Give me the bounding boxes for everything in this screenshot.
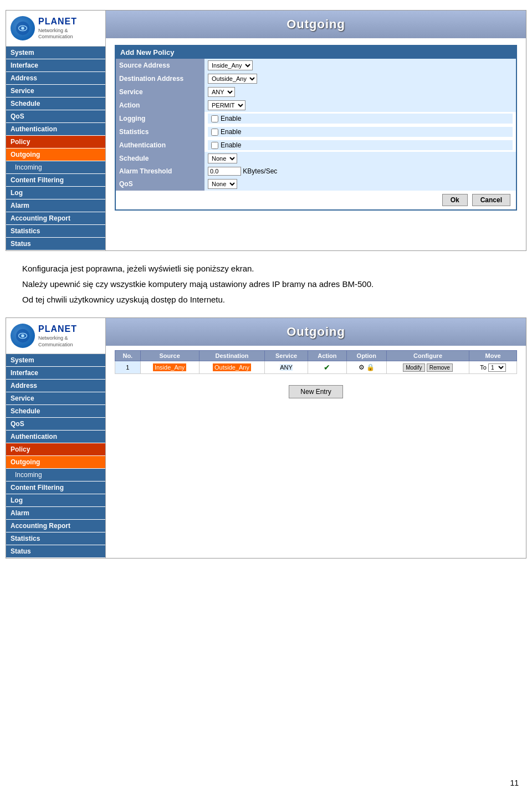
cancel-button[interactable]: Cancel — [472, 194, 510, 206]
new-entry-button[interactable]: New Entry — [289, 385, 342, 398]
main-content-1: Outgoing Add New Policy Source Address I… — [106, 11, 526, 250]
form-row-logging: Logging Enable — [116, 112, 516, 125]
sidebar2-item-qos[interactable]: QoS — [6, 418, 105, 431]
select-dest-address[interactable]: Outside_Any — [208, 74, 257, 84]
logo-icon-2 — [11, 324, 35, 348]
sidebar2-item-address[interactable]: Address — [6, 380, 105, 392]
value-service: ANY — [204, 85, 516, 99]
label-schedule: Schedule — [116, 152, 204, 165]
value-statistics: Enable — [204, 125, 516, 139]
label-auth: Authentication — [116, 139, 204, 152]
col-destination: Destination — [199, 351, 265, 361]
sidebar-item-authentication[interactable]: Authentication — [6, 123, 105, 136]
label-qos: QoS — [116, 177, 204, 191]
sidebar-item-address[interactable]: Address — [6, 72, 105, 85]
sidebar2-item-outgoing[interactable]: Outgoing — [6, 456, 105, 469]
select-action[interactable]: PERMIT — [208, 100, 245, 110]
sidebar2-item-content-filtering[interactable]: Content Filtering — [6, 481, 105, 494]
select-service[interactable]: ANY — [208, 87, 235, 97]
sidebar-item-accounting-report[interactable]: Accounting Report — [6, 212, 105, 225]
form-row-statistics: Statistics Enable — [116, 125, 516, 139]
move-select[interactable]: 1 — [488, 363, 506, 372]
form-row-schedule: Schedule None — [116, 152, 516, 165]
sidebar2-item-status[interactable]: Status — [6, 545, 105, 558]
table-header-row: No. Source Destination Service Action Op… — [115, 351, 517, 361]
sidebar2-item-system[interactable]: System — [6, 354, 105, 367]
col-move: Move — [469, 351, 517, 361]
sidebar-item-statistics[interactable]: Statistics — [6, 225, 105, 238]
sidebar-item-policy[interactable]: Policy — [6, 136, 105, 148]
table-panel: No. Source Destination Service Action Op… — [115, 350, 517, 409]
checkbox-auth[interactable] — [211, 142, 218, 149]
sidebar-item-service[interactable]: Service — [6, 85, 105, 98]
svg-point-2 — [21, 27, 24, 30]
sidebar2-item-alarm[interactable]: Alarm — [6, 507, 105, 520]
move-to-label: To — [480, 364, 487, 371]
sidebar2-item-authentication[interactable]: Authentication — [6, 431, 105, 443]
sidebar-item-outgoing[interactable]: Outgoing — [6, 148, 105, 161]
sidebar-item-content-filtering[interactable]: Content Filtering — [6, 174, 105, 187]
modify-button[interactable]: Modify — [403, 363, 424, 372]
sidebar-item-log[interactable]: Log — [6, 187, 105, 199]
row-service: ANY — [265, 361, 308, 374]
logo-area-2: PLANET Networking & Communication — [6, 318, 105, 354]
page-number: 11 — [510, 778, 519, 787]
sidebar-2: PLANET Networking & Communication System… — [6, 318, 106, 558]
table-row: 1 Inside_Any Outside_Any ANY ✔ — [115, 361, 517, 374]
value-logging: Enable — [204, 112, 516, 125]
sidebar2-item-statistics[interactable]: Statistics — [6, 532, 105, 545]
sidebar2-item-log[interactable]: Log — [6, 494, 105, 507]
row-configure: Modify Remove — [386, 361, 469, 374]
action-check-icon: ✔ — [324, 363, 330, 372]
sidebar2-item-service[interactable]: Service — [6, 392, 105, 405]
value-auth: Enable — [204, 139, 516, 152]
form-row-service: Service ANY — [116, 85, 516, 99]
label-dest-address: Destination Address — [116, 72, 204, 85]
text-line1: Konfiguracja jest poprawna, jeżeli wyświ… — [22, 262, 510, 275]
form-table: Source Address Inside_Any Destination Ad… — [116, 59, 516, 191]
sidebar-item-status[interactable]: Status — [6, 238, 105, 250]
select-source-address[interactable]: Inside_Any — [208, 60, 253, 70]
row-move: To 1 — [469, 361, 517, 374]
sidebar2-item-interface[interactable]: Interface — [6, 367, 105, 380]
sidebar2-item-schedule[interactable]: Schedule — [6, 405, 105, 418]
col-no: No. — [115, 351, 141, 361]
header-title-2: Outgoing — [287, 325, 345, 339]
sidebar-item-alarm[interactable]: Alarm — [6, 199, 105, 212]
destination-value: Outside_Any — [213, 363, 251, 371]
label-action: Action — [116, 99, 204, 112]
checkbox-statistics[interactable] — [211, 129, 218, 136]
checkbox-logging[interactable] — [211, 115, 218, 122]
sidebar-item-interface[interactable]: Interface — [6, 59, 105, 72]
label-alarm-threshold: Alarm Threshold — [116, 165, 204, 177]
form-button-row: Ok Cancel — [116, 191, 516, 209]
logo-text: PLANET Networking & Communication — [38, 16, 101, 40]
label-service: Service — [116, 85, 204, 99]
policy-table: No. Source Destination Service Action Op… — [115, 350, 517, 374]
sidebar-item-qos[interactable]: QoS — [6, 110, 105, 123]
input-alarm-threshold[interactable] — [208, 167, 241, 176]
sidebar2-item-policy[interactable]: Policy — [6, 443, 105, 456]
sidebar-item-system[interactable]: System — [6, 47, 105, 59]
sidebar-item-incoming[interactable]: Incoming — [6, 161, 105, 174]
form-row-qos: QoS None — [116, 177, 516, 191]
logo-area: PLANET Networking & Communication — [6, 11, 105, 47]
select-qos[interactable]: None — [208, 179, 237, 189]
sidebar2-item-incoming[interactable]: Incoming — [6, 469, 105, 481]
sidebar-1: PLANET Networking & Communication System… — [6, 11, 106, 250]
value-dest-address: Outside_Any — [204, 72, 516, 85]
ok-button[interactable]: Ok — [442, 194, 468, 206]
svg-point-5 — [21, 334, 24, 337]
label-logging: Logging — [116, 112, 204, 125]
sidebar-item-schedule[interactable]: Schedule — [6, 98, 105, 110]
col-service: Service — [265, 351, 308, 361]
option-icons[interactable]: ⚙ 🔒 — [359, 363, 375, 371]
form-row-alarm-threshold: Alarm Threshold KBytes/Sec — [116, 165, 516, 177]
header-title-1: Outgoing — [287, 17, 345, 32]
auth-label: Enable — [221, 141, 241, 149]
value-qos: None — [204, 177, 516, 191]
col-source: Source — [140, 351, 199, 361]
remove-button[interactable]: Remove — [427, 363, 453, 372]
select-schedule[interactable]: None — [208, 153, 237, 163]
sidebar2-item-accounting-report[interactable]: Accounting Report — [6, 520, 105, 532]
